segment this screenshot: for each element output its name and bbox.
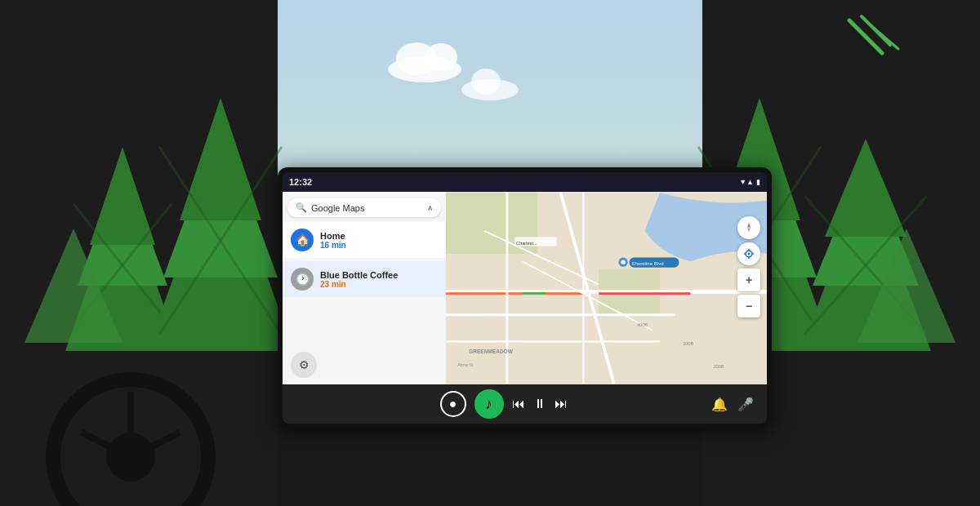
- nav-info-coffee: Blue Bottle Coffee 23 min: [320, 270, 398, 289]
- search-bar-content: 🔍 Google Maps: [296, 202, 364, 213]
- nav-item-home[interactable]: 🏠 Home 16 min: [283, 222, 446, 258]
- search-bar[interactable]: 🔍 Google Maps ∧: [287, 198, 441, 217]
- svg-point-38: [471, 69, 501, 95]
- battery-icon: ▮: [756, 178, 760, 186]
- bottom-bar: ● ♪ ⏮ ⏸ ⏭ 🔔: [283, 384, 767, 424]
- svg-text:300B: 300B: [683, 341, 693, 346]
- maps-panel: 🔍 Google Maps ∧ 🏠 Home 16 min 🕐: [283, 192, 446, 384]
- status-icons: ▼▲ ▮: [739, 178, 760, 186]
- compass-button[interactable]: [737, 216, 760, 239]
- spotify-button[interactable]: ♪: [474, 389, 504, 419]
- pause-icon: ⏸: [533, 397, 546, 411]
- right-controls: 🔔 🎤: [711, 397, 754, 412]
- svg-point-63: [621, 260, 626, 264]
- coffee-label: Blue Bottle Coffee: [320, 270, 398, 280]
- coffee-time: 23 min: [320, 280, 398, 289]
- spotify-icon: ♪: [485, 396, 492, 413]
- svg-text:Shoreline Blvd: Shoreline Blvd: [631, 260, 663, 266]
- home-time: 16 min: [320, 241, 346, 250]
- chevron-up-icon[interactable]: ∧: [427, 203, 433, 212]
- map-area[interactable]: GREENMEADOW Charlest... Shoreline Blvd 4…: [446, 192, 767, 384]
- car-screen-frame: 12:32 ▼▲ ▮ 🔍 Google Maps ∧: [278, 167, 772, 428]
- svg-point-36: [425, 43, 457, 71]
- prev-icon: ⏮: [512, 397, 525, 411]
- car-screen: 12:32 ▼▲ ▮ 🔍 Google Maps ∧: [283, 172, 767, 424]
- next-button[interactable]: ⏭: [555, 397, 568, 411]
- home-label: Home: [320, 231, 346, 241]
- status-bar: 12:32 ▼▲ ▮: [283, 172, 767, 192]
- nav-item-blue-bottle[interactable]: 🕐 Blue Bottle Coffee 23 min: [283, 261, 446, 297]
- svg-text:GREENMEADOW: GREENMEADOW: [469, 348, 514, 354]
- svg-marker-68: [747, 223, 751, 228]
- panel-spacer: [283, 299, 446, 345]
- map-controls: + −: [737, 216, 760, 317]
- svg-point-71: [748, 253, 751, 255]
- screen-main: 🔍 Google Maps ∧ 🏠 Home 16 min 🕐: [283, 192, 767, 384]
- search-icon: 🔍: [296, 202, 307, 213]
- svg-text:400B: 400B: [637, 322, 648, 327]
- status-time: 12:32: [289, 177, 312, 187]
- home-icon: 🏠: [291, 229, 314, 251]
- next-icon: ⏭: [555, 397, 568, 411]
- app-name-label: Google Maps: [311, 203, 364, 213]
- zoom-in-button[interactable]: +: [737, 269, 760, 291]
- zoom-out-button[interactable]: −: [737, 295, 760, 317]
- mic-button[interactable]: 🎤: [737, 397, 754, 412]
- signal-icon: ▼▲: [739, 178, 754, 186]
- svg-text:200B: 200B: [714, 364, 724, 369]
- map-svg: GREENMEADOW Charlest... Shoreline Blvd 4…: [446, 192, 767, 384]
- nav-info-home: Home 16 min: [320, 231, 346, 250]
- svg-marker-69: [747, 228, 751, 233]
- bell-button[interactable]: 🔔: [711, 397, 728, 412]
- svg-text:Charlest...: Charlest...: [516, 241, 537, 246]
- prev-button[interactable]: ⏮: [512, 397, 525, 411]
- recent-icon: 🕐: [291, 268, 314, 291]
- svg-text:Alma St: Alma St: [457, 362, 474, 367]
- settings-button[interactable]: ⚙: [291, 352, 317, 378]
- android-auto-button[interactable]: ●: [440, 391, 466, 417]
- location-button[interactable]: [737, 242, 760, 265]
- media-controls: ● ♪ ⏮ ⏸ ⏭: [296, 389, 711, 419]
- pause-button[interactable]: ⏸: [533, 397, 546, 411]
- circle-icon: ●: [449, 397, 457, 411]
